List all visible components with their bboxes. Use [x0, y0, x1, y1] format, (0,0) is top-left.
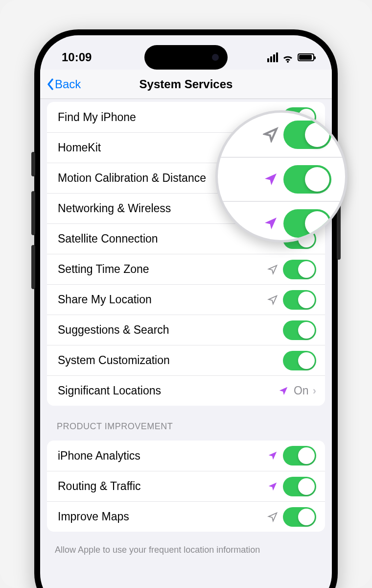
toggle[interactable] — [283, 507, 316, 527]
back-label: Back — [55, 77, 81, 91]
location-arrow-icon — [267, 512, 278, 522]
location-arrow-icon — [267, 481, 278, 492]
row-routing-traffic[interactable]: Routing & Traffic — [47, 471, 325, 501]
row-suggestions-search[interactable]: Suggestions & Search — [47, 315, 325, 345]
section-header-product-improvement: PRODUCT IMPROVEMENT — [40, 418, 332, 436]
location-arrow-icon — [263, 172, 279, 187]
row-value: On — [294, 384, 309, 397]
dynamic-island — [144, 45, 228, 70]
location-arrow-icon — [278, 386, 289, 396]
row-label: Significant Locations — [58, 384, 278, 397]
row-label: Find My iPhone — [58, 111, 267, 124]
row-system-customization[interactable]: System Customization — [47, 345, 325, 375]
row-significant-locations[interactable]: Significant Locations On › — [47, 375, 325, 406]
toggle[interactable] — [283, 320, 316, 340]
location-arrow-icon — [263, 127, 279, 143]
page-title: System Services — [40, 77, 332, 91]
row-label: Suggestions & Search — [58, 323, 283, 337]
status-time: 10:09 — [62, 50, 92, 64]
footer-note: Allow Apple to use your frequent locatio… — [40, 544, 332, 556]
location-arrow-icon — [267, 264, 278, 275]
row-label: Improve Maps — [58, 510, 267, 523]
battery-icon — [298, 53, 314, 61]
row-label: System Customization — [58, 354, 283, 367]
toggle[interactable] — [283, 260, 316, 279]
row-share-my-location[interactable]: Share My Location — [47, 284, 325, 315]
chevron-right-icon: › — [313, 385, 316, 397]
row-label: Routing & Traffic — [58, 480, 267, 493]
wifi-icon — [282, 53, 294, 62]
row-label: Share My Location — [58, 293, 267, 306]
toggle[interactable] — [283, 290, 316, 310]
location-arrow-icon — [263, 216, 279, 231]
row-iphone-analytics[interactable]: iPhone Analytics — [47, 441, 325, 471]
product-improvement-group: iPhone Analytics Routing & Traffic Impro… — [47, 441, 325, 532]
navbar: Back System Services — [40, 70, 332, 99]
row-label: Setting Time Zone — [58, 263, 267, 276]
toggle[interactable] — [283, 351, 316, 370]
row-label: iPhone Analytics — [58, 449, 267, 463]
location-arrow-icon — [267, 450, 278, 461]
cellular-icon — [267, 52, 278, 62]
toggle — [283, 165, 331, 194]
toggle[interactable] — [283, 446, 316, 466]
back-button[interactable]: Back — [47, 77, 81, 91]
chevron-left-icon — [47, 78, 54, 90]
row-improve-maps[interactable]: Improve Maps — [47, 501, 325, 532]
magnifier-callout — [215, 110, 348, 243]
location-arrow-icon — [267, 294, 278, 305]
row-setting-time-zone[interactable]: Setting Time Zone — [47, 254, 325, 284]
toggle[interactable] — [283, 477, 316, 496]
